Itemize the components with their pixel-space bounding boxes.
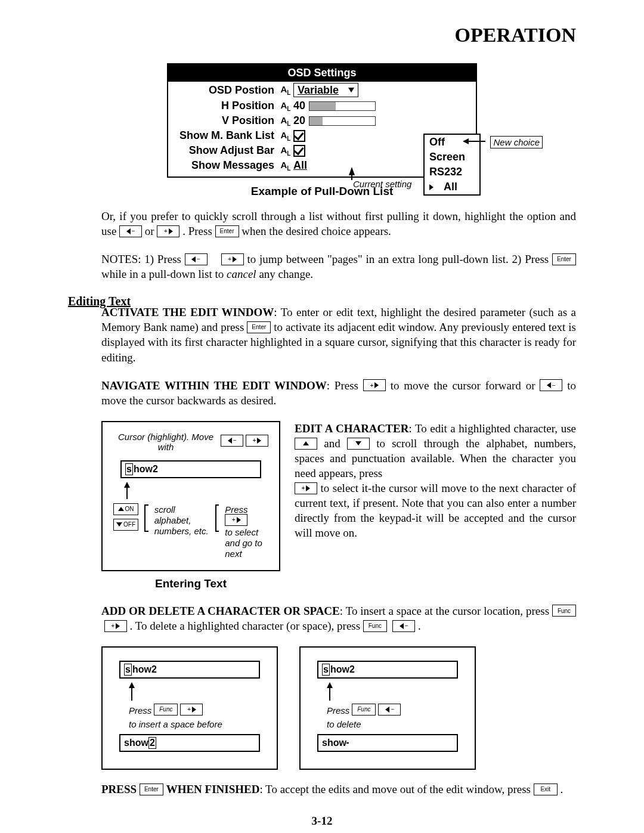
al-icon: AL [278,84,293,96]
insert-space-figure: show2 Press Func + to insert a space bef… [101,646,278,770]
func-key-icon: Func [363,620,387,632]
paragraph: PRESS Enter WHEN FINISHED: To accept the… [68,782,576,797]
edit-text-field[interactable]: show [317,734,458,752]
al-icon: AL [278,115,293,127]
left-minus-key-icon: − [392,620,415,632]
edit-text-field[interactable]: show2 [120,460,261,478]
osd-adjust-label: Show Adjust Bar [173,144,278,157]
enter-key-icon: Enter [215,225,239,237]
hint-text: Press + to select and go to next [225,504,268,559]
down-key-icon [347,438,370,450]
figure-caption: Entering Text [101,577,280,590]
func-key-icon: Func [352,704,376,716]
osd-position-dropdown[interactable]: Variable [293,83,358,97]
dd-item-screen[interactable]: Screen [425,150,479,165]
enter-key-icon: Enter [552,253,576,265]
arrow-icon [327,682,333,688]
plus-right-key-icon: + [180,704,203,716]
left-minus-key-icon: − [540,379,562,391]
exit-key-icon: Exit [534,784,558,795]
paragraph: NOTES: 1) Press − + to jump between "pag… [68,252,576,281]
osd-adjust-checkbox[interactable] [293,145,305,157]
al-icon: AL [278,100,293,112]
osd-h-value: 40 [293,100,305,112]
al-icon: AL [278,130,293,142]
edit-text-field[interactable]: show 2 [119,734,260,752]
edit-text-field[interactable]: show2 [119,661,260,679]
osd-title: OSD Settings [168,64,476,82]
osd-position-label: OSD Postion [173,84,278,97]
brace-icon [215,504,219,532]
arrow-icon [349,167,355,175]
plus-right-key-icon: + [246,435,268,447]
paragraph: NAVIGATE WITHIN THE EDIT WINDOW: Press +… [68,378,576,408]
left-minus-key-icon: − [119,225,142,237]
enter-key-icon: Enter [247,321,271,333]
osd-h-label: H Position [173,100,278,112]
plus-right-key-icon: + [295,482,317,494]
arrow-icon [124,482,130,488]
entering-text-figure: Cursor (highlight). Move with − + show2 … [101,421,280,571]
plus-right-key-icon: + [157,225,179,237]
paragraph: EDIT A CHARACTER: To edit a highlighted … [295,421,576,590]
osd-figure: OSD Settings OSD Postion AL Variable H P… [167,63,477,178]
enter-key-icon: Enter [140,784,163,795]
arrow-icon [129,682,135,688]
left-minus-key-icon: − [221,435,243,447]
paragraph: ADD OR DELETE A CHARACTER OR SPACE: To i… [68,603,576,633]
dd-item-off[interactable]: Off [425,135,479,150]
plus-right-key-icon: + [104,620,127,632]
paragraph: ACTIVATE THE EDIT WINDOW: To enter or ed… [68,305,576,364]
page-title: OPERATION [68,24,576,47]
al-icon: AL [278,160,293,172]
func-key-icon: Func [154,704,178,716]
plus-right-key-icon: + [363,379,386,391]
osd-messages-label: Show Messages [173,159,278,172]
osd-h-slider[interactable] [309,101,376,111]
osd-messages-dropdown-menu[interactable]: Off Screen RS232 All [423,134,481,196]
edit-text-field[interactable]: show2 [317,661,458,679]
osd-v-value: 20 [293,114,305,127]
al-icon: AL [278,145,293,157]
brace-icon [144,504,148,532]
new-choice-label: New choice [490,136,543,148]
osd-messages-value[interactable]: All [293,159,307,172]
paragraph: Or, if you prefer to quickly scroll thro… [68,209,576,239]
osd-v-slider[interactable] [309,116,376,126]
up-on-key-icon: ON [113,503,138,515]
figure-caption: Example of Pull-Down List [68,185,576,198]
func-key-icon: Func [552,605,576,617]
osd-mbank-checkbox[interactable] [293,130,305,142]
hint-text: scroll alphabet, numbers, etc. [154,504,209,537]
left-minus-key-icon: − [378,704,401,716]
osd-mbank-label: Show M. Bank List [173,129,278,142]
plus-right-key-icon: + [225,514,247,526]
arrow-icon [467,141,485,142]
dd-item-all[interactable]: All [425,179,479,194]
page-number: 3-12 [68,815,576,828]
plus-right-key-icon: + [221,253,244,265]
current-setting-label: Current setting [353,179,411,189]
osd-v-label: V Position [173,114,278,127]
left-minus-key-icon: − [185,253,208,265]
dd-item-rs232[interactable]: RS232 [425,165,479,179]
delete-char-figure: show2 Press Func − to delete show [299,646,476,770]
down-off-key-icon: OFF [113,519,138,531]
up-key-icon [295,438,317,450]
